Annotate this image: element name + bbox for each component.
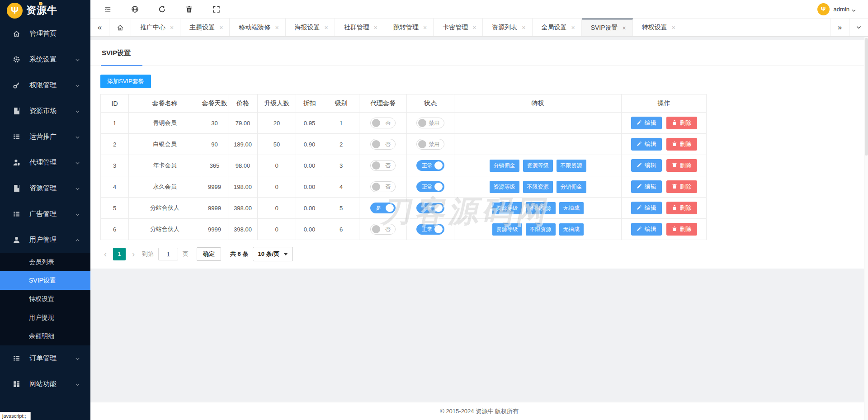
status-toggle[interactable]: 正常: [416, 181, 444, 192]
tab-theme-settings[interactable]: 主题设置×: [180, 19, 230, 36]
tabs-menu-icon[interactable]: [849, 19, 868, 36]
agent-toggle[interactable]: 否: [370, 160, 396, 171]
user-menu[interactable]: Ψ admin: [817, 3, 856, 15]
close-icon[interactable]: ×: [522, 24, 525, 31]
privilege-tag[interactable]: 分销佣金: [557, 181, 586, 193]
sidebar-item-site-functions[interactable]: 网站功能: [0, 371, 90, 397]
agent-toggle[interactable]: 否: [370, 181, 396, 192]
delete-button[interactable]: 删除: [666, 117, 697, 129]
refresh-icon[interactable]: [158, 5, 166, 13]
sidebar-item-admin-home[interactable]: 管理首页: [0, 21, 90, 47]
edit-button[interactable]: 编辑: [631, 202, 662, 214]
privilege-tag[interactable]: 不限资源: [526, 223, 556, 236]
tab-svip-settings[interactable]: SVIP设置×: [582, 19, 633, 36]
sidebar-item-order-management[interactable]: 订单管理: [0, 345, 90, 371]
tab-promotion-center[interactable]: 推广中心×: [131, 19, 180, 36]
sidebar-item-resource-management[interactable]: 资源管理: [0, 175, 90, 201]
cell-operations: 编辑删除: [622, 113, 707, 134]
active-tab-underline: [101, 65, 142, 66]
page-1-button[interactable]: 1: [113, 248, 126, 260]
home-tab[interactable]: [109, 19, 131, 36]
tab-community-management[interactable]: 社群管理×: [335, 19, 384, 36]
sidebar-subitem-balance-detail[interactable]: 余额明细: [0, 327, 90, 345]
sidebar-item-operation-promotion[interactable]: 运营推广: [0, 124, 90, 150]
goto-page-input[interactable]: [158, 248, 178, 260]
chevron-down-icon: [75, 82, 80, 88]
agent-toggle[interactable]: 否: [370, 118, 396, 128]
delete-button[interactable]: 删除: [666, 180, 697, 193]
close-icon[interactable]: ×: [623, 24, 626, 32]
status-toggle[interactable]: 禁用: [416, 139, 444, 150]
tab-resource-list[interactable]: 资源列表×: [483, 19, 532, 36]
edit-button[interactable]: 编辑: [631, 180, 662, 193]
sidebar-item-permission-management[interactable]: 权限管理: [0, 72, 90, 98]
add-svip-button[interactable]: 添加SVIP套餐: [100, 75, 151, 88]
tabs-scroll-left-icon[interactable]: «: [90, 19, 109, 36]
tab-poster-settings[interactable]: 海报设置×: [286, 19, 335, 36]
sidebar-item-resource-market[interactable]: 资源市场: [0, 98, 90, 124]
prev-page-icon[interactable]: ‹: [100, 250, 110, 259]
status-toggle[interactable]: 禁用: [416, 118, 444, 128]
privilege-tag[interactable]: 资源等级: [490, 181, 519, 193]
scrollbar-track[interactable]: [864, 37, 868, 420]
edit-button[interactable]: 编辑: [631, 117, 662, 129]
tabs-scroll-right-icon[interactable]: »: [830, 19, 849, 36]
sidebar-subitem-privilege-settings[interactable]: 特权设置: [0, 290, 90, 308]
delete-button[interactable]: 删除: [666, 159, 697, 172]
close-icon[interactable]: ×: [423, 24, 427, 31]
status-toggle[interactable]: 正常: [416, 203, 444, 213]
close-icon[interactable]: ×: [374, 24, 377, 31]
privilege-tag[interactable]: 无抽成: [559, 223, 584, 236]
sidebar-item-system-settings[interactable]: 系统设置: [0, 47, 90, 72]
status-toggle[interactable]: 正常: [416, 224, 444, 235]
delete-button[interactable]: 删除: [666, 223, 697, 236]
sidebar-item-agent-management[interactable]: 代理管理: [0, 150, 90, 175]
delete-button[interactable]: 删除: [666, 138, 697, 151]
sidebar-subitem-svip-settings[interactable]: SVIP设置: [0, 271, 90, 290]
close-icon[interactable]: ×: [472, 24, 476, 31]
close-icon[interactable]: ×: [672, 24, 675, 31]
agent-toggle[interactable]: 是: [370, 203, 396, 213]
tab-cardkey-management[interactable]: 卡密管理×: [434, 19, 483, 36]
privilege-tag[interactable]: 资源等级: [492, 223, 522, 236]
tab-redirect-management[interactable]: 跳转管理×: [384, 19, 434, 36]
chevron-down-icon: [75, 160, 80, 165]
sidebar-item-user-management[interactable]: 用户管理: [0, 227, 90, 253]
tab-privilege-settings[interactable]: 特权设置×: [633, 19, 682, 36]
privilege-tag[interactable]: 不限资源: [557, 160, 586, 172]
cell-level: 2: [323, 134, 359, 155]
status-toggle[interactable]: 正常: [416, 160, 444, 171]
close-icon[interactable]: ×: [325, 24, 328, 31]
sidebar-item-ad-management[interactable]: 广告管理: [0, 201, 90, 227]
privilege-tag[interactable]: 无抽成: [559, 202, 584, 214]
fullscreen-icon[interactable]: [212, 5, 221, 13]
close-icon[interactable]: ×: [275, 24, 278, 31]
privilege-tag[interactable]: 资源等级: [492, 202, 522, 214]
sidebar-item-label: 资源管理: [29, 184, 75, 193]
edit-button[interactable]: 编辑: [631, 138, 662, 151]
sidebar-subitem-member-list[interactable]: 会员列表: [0, 253, 90, 271]
scrollbar-thumb[interactable]: [865, 38, 868, 156]
agent-toggle[interactable]: 否: [370, 139, 396, 150]
page-size-select[interactable]: 10 条/页: [253, 247, 293, 261]
privilege-tag[interactable]: 不限资源: [523, 181, 553, 193]
sidebar-subitem-user-withdraw[interactable]: 用户提现: [0, 308, 90, 327]
edit-button[interactable]: 编辑: [631, 223, 662, 236]
brand-logo[interactable]: Ψ 资源牛: [0, 0, 90, 21]
close-icon[interactable]: ×: [571, 24, 575, 31]
confirm-page-button[interactable]: 确定: [197, 247, 221, 261]
delete-button[interactable]: 删除: [666, 202, 697, 214]
privilege-tag[interactable]: 资源等级: [523, 160, 553, 172]
close-icon[interactable]: ×: [170, 24, 174, 31]
edit-button[interactable]: 编辑: [631, 159, 662, 172]
trash-icon[interactable]: [185, 5, 193, 13]
privilege-tag[interactable]: 不限资源: [526, 202, 556, 214]
privilege-tag[interactable]: 分销佣金: [490, 160, 519, 172]
tab-global-settings[interactable]: 全局设置×: [533, 19, 582, 36]
globe-icon[interactable]: [131, 5, 139, 13]
collapse-sidebar-icon[interactable]: [104, 5, 112, 13]
close-icon[interactable]: ×: [219, 24, 223, 31]
agent-toggle[interactable]: 否: [370, 224, 396, 235]
next-page-icon[interactable]: ›: [128, 250, 138, 259]
tab-mobile-decoration[interactable]: 移动端装修×: [230, 19, 285, 36]
